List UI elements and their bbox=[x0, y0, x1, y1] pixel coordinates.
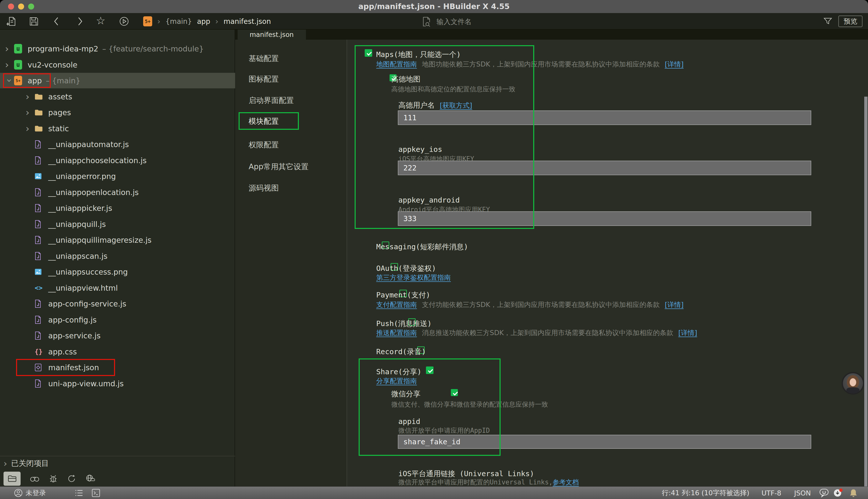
tree-item-manifest-json[interactable]: manifest.json bbox=[0, 360, 235, 375]
closed-projects-label: 已关闭项目 bbox=[11, 458, 49, 468]
wechat-share-checkbox[interactable] bbox=[451, 389, 458, 396]
tree-item--uniappview-html[interactable]: <>__uniappview.html bbox=[0, 280, 235, 296]
tree-item-app-config-service-js[interactable]: app-config-service.js bbox=[0, 296, 235, 312]
tree-item--uniappchooselocation-js[interactable]: __uniappchooselocation.js bbox=[0, 153, 235, 168]
filter-icon[interactable] bbox=[823, 17, 832, 26]
tree-item-static[interactable]: ›static bbox=[0, 121, 235, 136]
tree-item-label: __uniapppicker.js bbox=[48, 204, 112, 212]
user-account-icon[interactable] bbox=[14, 487, 23, 499]
login-status[interactable]: 未登录 bbox=[26, 487, 46, 499]
push-detail-link[interactable]: [详情] bbox=[678, 328, 697, 337]
chevron-down-icon[interactable]: › bbox=[5, 76, 14, 85]
tree-item--uniapppicker-js[interactable]: __uniapppicker.js bbox=[0, 200, 235, 216]
tree-item-assets[interactable]: ›assets bbox=[0, 89, 235, 105]
language-mode[interactable]: JSON bbox=[794, 487, 811, 499]
payment-guide-row: 支付配置指南 支付功能依赖三方SDK，上架到国内应用市场需要在隐私协议中添加相应… bbox=[376, 300, 684, 309]
breadcrumb-file[interactable]: manifest.json bbox=[224, 17, 271, 26]
js-file-icon bbox=[35, 236, 41, 244]
maps-detail-link[interactable]: [详情] bbox=[665, 60, 684, 69]
share-appid-input[interactable] bbox=[398, 435, 811, 449]
run-icon[interactable] bbox=[119, 16, 129, 26]
tree-item--uniappquillimageresize-js[interactable]: __uniappquillimageresize.js bbox=[0, 232, 235, 248]
menu-item-1[interactable]: 图标配置 bbox=[249, 74, 339, 85]
tree-item--uniappquill-js[interactable]: __uniappquill.js bbox=[0, 216, 235, 232]
explorer-view-switcher bbox=[0, 471, 95, 486]
content-scrollbar[interactable] bbox=[864, 97, 868, 486]
share-checkbox[interactable] bbox=[426, 366, 434, 374]
menu-item-2[interactable]: 启动界面配置 bbox=[249, 95, 339, 106]
tree-item-vu2-vconsole[interactable]: ›uvu2-vconsole bbox=[0, 57, 235, 73]
menu-item-3[interactable]: 模块配置 bbox=[249, 116, 339, 127]
outline-list-icon[interactable] bbox=[75, 487, 83, 499]
tree-item--uniappscan-js[interactable]: __uniappscan.js bbox=[0, 248, 235, 264]
uniapp-project-icon: u bbox=[14, 60, 22, 70]
universal-links-doc-link[interactable]: 参考文档 bbox=[553, 478, 579, 487]
breadcrumb-project[interactable]: app bbox=[197, 17, 210, 26]
maps-guide-link[interactable]: 地图配置指南 bbox=[376, 60, 417, 69]
feedback-bubble-icon[interactable] bbox=[819, 487, 829, 499]
js-file-icon bbox=[35, 188, 41, 196]
window-title: app/manifest.json - HBuilder X 4.55 bbox=[0, 0, 868, 13]
new-file-icon[interactable] bbox=[7, 16, 16, 26]
forward-icon[interactable] bbox=[75, 16, 85, 26]
folder-icon bbox=[35, 109, 43, 116]
tree-item--uniapperror-png[interactable]: __uniapperror.png bbox=[0, 168, 235, 184]
tree-item-program-idea-mp2[interactable]: ›uprogram-idea-mp2– {feature/search-modu… bbox=[0, 41, 235, 57]
tree-item-app-css[interactable]: {}app.css bbox=[0, 344, 235, 360]
appkey-ios-input[interactable] bbox=[398, 161, 811, 175]
chevron-right-icon[interactable]: › bbox=[26, 92, 35, 101]
oauth-guide-link[interactable]: 第三方登录鉴权配置指南 bbox=[376, 273, 451, 282]
save-icon[interactable] bbox=[29, 16, 39, 26]
amap-user-label: 高德用户名 bbox=[398, 100, 435, 110]
payment-guide-link[interactable]: 支付配置指南 bbox=[376, 300, 417, 309]
tab-manifest-json[interactable]: manifest.json bbox=[238, 29, 306, 40]
cursor-position[interactable]: 行:41 列:16 (10字符被选择) bbox=[662, 487, 749, 499]
tree-item-pages[interactable]: ›pages bbox=[0, 105, 235, 120]
tree-item--uniappsuccess-png[interactable]: __uniappsuccess.png bbox=[0, 264, 235, 280]
notification-bell-icon[interactable] bbox=[849, 487, 857, 499]
breadcrumb-branch[interactable]: {main} bbox=[166, 17, 192, 26]
debug-bug-icon[interactable] bbox=[49, 474, 58, 483]
uniapp-project-icon: u bbox=[14, 44, 22, 53]
tree-item--uniappautomator-js[interactable]: __uniappautomator.js bbox=[0, 136, 235, 152]
file-search-input[interactable] bbox=[436, 17, 627, 26]
push-guide-link[interactable]: 推送配置指南 bbox=[376, 328, 417, 337]
menu-item-0[interactable]: 基础配置 bbox=[249, 53, 339, 64]
remote-globe-icon[interactable] bbox=[85, 474, 95, 483]
encoding-indicator[interactable]: UTF-8 bbox=[761, 487, 781, 499]
amap-user-howto-link[interactable]: [获取方式] bbox=[440, 101, 472, 110]
js-file-icon bbox=[35, 331, 41, 340]
tree-item-label: __uniappsuccess.png bbox=[48, 268, 128, 276]
tree-item-app-config-js[interactable]: app-config.js bbox=[0, 312, 235, 328]
user-avatar[interactable] bbox=[842, 372, 864, 394]
menu-item-5[interactable]: App常用其它设置 bbox=[249, 161, 339, 172]
chevron-right-icon[interactable]: › bbox=[26, 108, 35, 117]
tree-item-app[interactable]: ›5+app– {main} bbox=[0, 73, 235, 88]
files-view-tab[interactable] bbox=[3, 472, 21, 486]
menu-item-4[interactable]: 权限配置 bbox=[249, 139, 339, 150]
tree-item-label: static bbox=[48, 124, 69, 133]
preview-button[interactable]: 预览 bbox=[839, 15, 863, 27]
menu-item-6[interactable]: 源码视图 bbox=[249, 182, 339, 194]
amap-user-input[interactable] bbox=[398, 110, 811, 125]
terminal-icon[interactable] bbox=[92, 487, 100, 499]
chevron-right-icon[interactable]: › bbox=[26, 124, 35, 133]
sync-icon[interactable] bbox=[67, 474, 76, 483]
folder-icon bbox=[35, 125, 43, 132]
favorite-star-icon[interactable]: ☆ bbox=[96, 14, 106, 27]
chevron-right-icon[interactable]: › bbox=[5, 44, 14, 53]
share-guide-link[interactable]: 分享配置指南 bbox=[376, 377, 417, 386]
maps-checkbox[interactable] bbox=[365, 49, 372, 57]
tree-item-uni-app-view-umd-js[interactable]: uni-app-view.umd.js bbox=[0, 376, 235, 391]
tree-item-label: app.css bbox=[48, 348, 77, 356]
chevron-right-icon[interactable]: › bbox=[5, 60, 14, 70]
push-guide-row: 推送配置指南 消息推送功能依赖三方SDK，上架到国内应用市场需要在隐私协议中添加… bbox=[376, 328, 697, 337]
tree-item-app-service-js[interactable]: app-service.js bbox=[0, 328, 235, 343]
payment-detail-link[interactable]: [详情] bbox=[665, 300, 684, 309]
appkey-android-input[interactable] bbox=[398, 211, 811, 226]
tree-item--uniappopenlocation-js[interactable]: __uniappopenlocation.js bbox=[0, 184, 235, 200]
closed-projects-section[interactable]: › 已关闭项目 bbox=[3, 458, 49, 468]
search-view-tab[interactable] bbox=[29, 474, 40, 483]
back-icon[interactable] bbox=[51, 16, 61, 26]
update-download-icon[interactable] bbox=[833, 487, 843, 499]
